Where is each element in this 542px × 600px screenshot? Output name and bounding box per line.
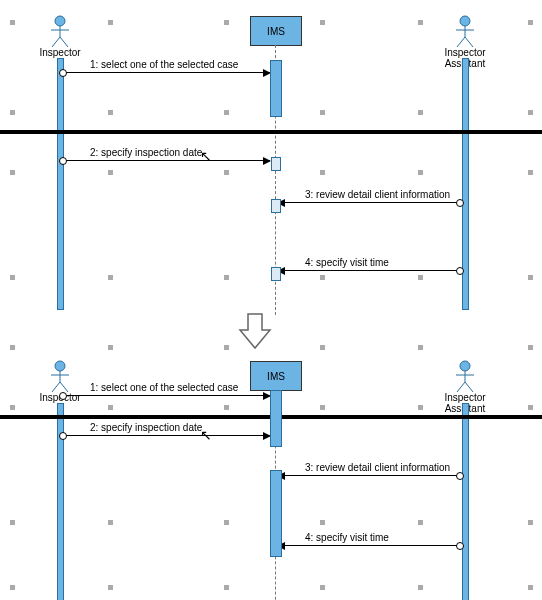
transition-arrow-icon [238, 312, 272, 352]
message-3 [278, 475, 460, 476]
activation-ims [271, 199, 281, 213]
svg-point-0 [55, 16, 65, 26]
activation-ims-main [270, 390, 282, 447]
message-label-4: 4: specify visit time [305, 257, 389, 268]
activation-ims [271, 157, 281, 171]
message-label-4: 4: specify visit time [305, 532, 389, 543]
message-label-1: 1: select one of the selected case [90, 59, 238, 70]
message-label-3: 3: review detail client information [305, 462, 450, 473]
system-ims: IMS [250, 361, 302, 391]
activation-ims-main [270, 60, 282, 117]
message-label-1: 1: select one of the selected case [90, 382, 238, 393]
activation-ims-right [270, 470, 282, 557]
svg-point-5 [460, 16, 470, 26]
operand-separator [0, 130, 542, 134]
actor-inspector: Inspector [30, 15, 90, 58]
message-3 [278, 202, 460, 203]
svg-line-4 [60, 37, 68, 47]
message-1 [63, 395, 270, 396]
message-1 [63, 72, 270, 73]
svg-line-19 [465, 382, 473, 392]
svg-line-3 [52, 37, 60, 47]
svg-line-8 [457, 37, 465, 47]
svg-point-15 [460, 361, 470, 371]
svg-line-14 [60, 382, 68, 392]
activation-ims [271, 267, 281, 281]
system-ims: IMS [250, 16, 302, 46]
svg-point-10 [55, 361, 65, 371]
message-4 [278, 270, 460, 271]
lifeline-assistant [462, 403, 469, 600]
svg-line-13 [52, 382, 60, 392]
message-2 [63, 160, 270, 161]
message-label-2: 2: specify inspection date [90, 147, 202, 158]
svg-line-9 [465, 37, 473, 47]
message-label-3: 3: review detail client information [305, 189, 450, 200]
actor-label: Inspector [30, 47, 90, 58]
message-2 [63, 435, 270, 436]
message-label-2: 2: specify inspection date [90, 422, 202, 433]
svg-line-18 [457, 382, 465, 392]
lifeline-inspector [57, 58, 64, 310]
message-4 [278, 545, 460, 546]
